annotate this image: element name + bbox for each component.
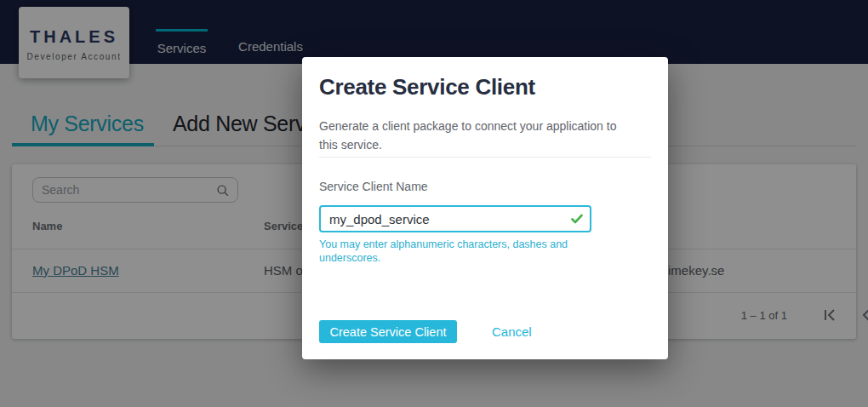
- valid-checkmark-icon: [570, 212, 584, 226]
- field-helper-text: You may enter alphanumeric characters, d…: [319, 238, 574, 265]
- create-service-client-modal: Create Service Client Generate a client …: [302, 57, 668, 359]
- create-service-client-button[interactable]: Create Service Client: [319, 320, 457, 343]
- service-client-name-input[interactable]: [319, 205, 591, 232]
- screen: Services Credentials tomasg@ Application…: [0, 0, 868, 407]
- cancel-button[interactable]: Cancel: [492, 324, 532, 339]
- modal-title: Create Service Client: [319, 74, 535, 100]
- service-client-name-field-wrap: [319, 205, 591, 232]
- modal-divider: [319, 157, 651, 158]
- service-client-name-label: Service Client Name: [319, 180, 428, 193]
- modal-description: Generate a client package to connect you…: [319, 117, 634, 154]
